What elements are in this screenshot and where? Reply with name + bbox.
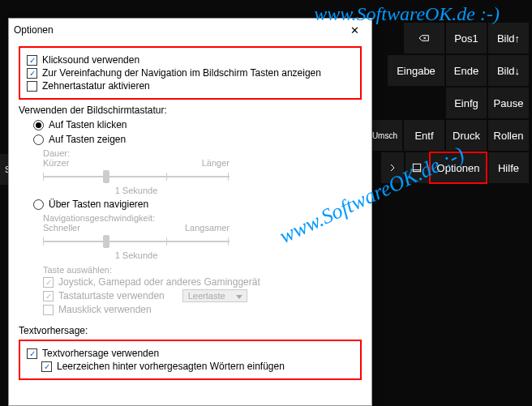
- hover-slider: [43, 168, 230, 186]
- scan-speed-label: Navigationsgeschwindigkeit:: [43, 213, 362, 223]
- radio-hover-label: Auf Tasten zeigen: [49, 134, 126, 145]
- scan-slower-label: Langsamer: [185, 223, 230, 233]
- radio-scan[interactable]: [33, 199, 44, 210]
- backspace-key[interactable]: [404, 23, 444, 53]
- pageup-key[interactable]: Bild↑: [488, 23, 529, 53]
- hover-slider-value: 1 Sekunde: [43, 186, 230, 195]
- kbkey-combo: Leertaste: [182, 289, 247, 302]
- navkeys-label: Zur Vereinfachung der Navigation im Bild…: [42, 67, 321, 79]
- svg-rect-0: [413, 164, 420, 171]
- options-dialog: Optionen ✕ ✓ Klicksound verwenden ✓ Zur …: [8, 18, 372, 406]
- enter-key[interactable]: Eingabe: [388, 55, 444, 86]
- radio-scan-label: Über Tasten navigieren: [49, 199, 148, 210]
- help-key[interactable]: Hilfe: [488, 152, 529, 183]
- scan-slider-value: 1 Sekunde: [43, 250, 230, 260]
- scan-faster-label: Schneller: [43, 223, 80, 233]
- pagedown-key[interactable]: Bild↓: [488, 55, 529, 86]
- close-button[interactable]: ✕: [342, 20, 367, 40]
- pause-key[interactable]: Pause: [488, 88, 529, 118]
- dialog-titlebar: Optionen ✕: [9, 19, 371, 41]
- dock-icon-key[interactable]: [405, 152, 428, 183]
- clicksound-label: Klicksound verwenden: [42, 54, 139, 66]
- textpred-label: Textvorhersage verwenden: [42, 348, 159, 359]
- use-osk-label: Verwenden der Bildschirmtastatur:: [19, 105, 362, 116]
- kbkey-checkbox: ✓: [43, 291, 54, 301]
- textpred-checkbox[interactable]: ✓: [27, 348, 37, 359]
- joystick-checkbox: ✓: [43, 277, 54, 288]
- radio-hover[interactable]: [33, 135, 44, 145]
- spaceafter-label: Leerzeichen hinter vorhergesagten Wörter…: [57, 361, 285, 372]
- select-key-label: Taste auswählen:: [43, 265, 362, 275]
- radio-click[interactable]: [33, 120, 44, 130]
- mouseclick-label: Mausklick verwenden: [58, 304, 152, 315]
- hover-shorter-label: Kürzer: [43, 158, 69, 168]
- hover-duration-label: Dauer:: [43, 148, 362, 158]
- end-key[interactable]: Ende: [446, 55, 487, 86]
- scan-slider: [43, 233, 230, 250]
- textpred-highlight: ✓ Textvorhersage verwenden ✓ Leerzeichen…: [19, 340, 362, 380]
- scrolllock-key[interactable]: Rollen: [488, 120, 529, 151]
- delete-key[interactable]: Entf: [404, 120, 444, 151]
- hover-longer-label: Länger: [202, 158, 230, 168]
- spaceafter-checkbox[interactable]: ✓: [41, 361, 52, 372]
- numpad-checkbox[interactable]: [27, 81, 37, 92]
- navkeys-checkbox[interactable]: ✓: [27, 68, 37, 79]
- radio-click-label: Auf Tasten klicken: [49, 119, 127, 130]
- insert-key[interactable]: Einfg: [446, 88, 487, 118]
- dialog-title: Optionen: [14, 24, 342, 36]
- mouseclick-checkbox: [43, 305, 54, 315]
- kbkey-label: Tastaturtaste verwenden: [58, 290, 165, 301]
- onscreen-keyboard: Pos1 Bild↑ Eingabe Ende Bild↓ Einfg Paus…: [367, 23, 529, 185]
- textpred-section-label: Textvorhersage:: [19, 325, 362, 336]
- shift-key-small[interactable]: Umsch: [367, 120, 402, 151]
- arrow-right-key[interactable]: [381, 152, 404, 183]
- numpad-label: Zehnertastatur aktivieren: [42, 80, 150, 92]
- pos1-key[interactable]: Pos1: [446, 23, 487, 53]
- joystick-label: Joystick, Gamepad oder anderes Gamingger…: [58, 276, 260, 288]
- clicksound-checkbox[interactable]: ✓: [27, 55, 37, 66]
- options-key[interactable]: Optionen: [430, 152, 487, 183]
- top-options-highlight: ✓ Klicksound verwenden ✓ Zur Vereinfachu…: [19, 46, 362, 100]
- print-key[interactable]: Druck: [446, 120, 487, 151]
